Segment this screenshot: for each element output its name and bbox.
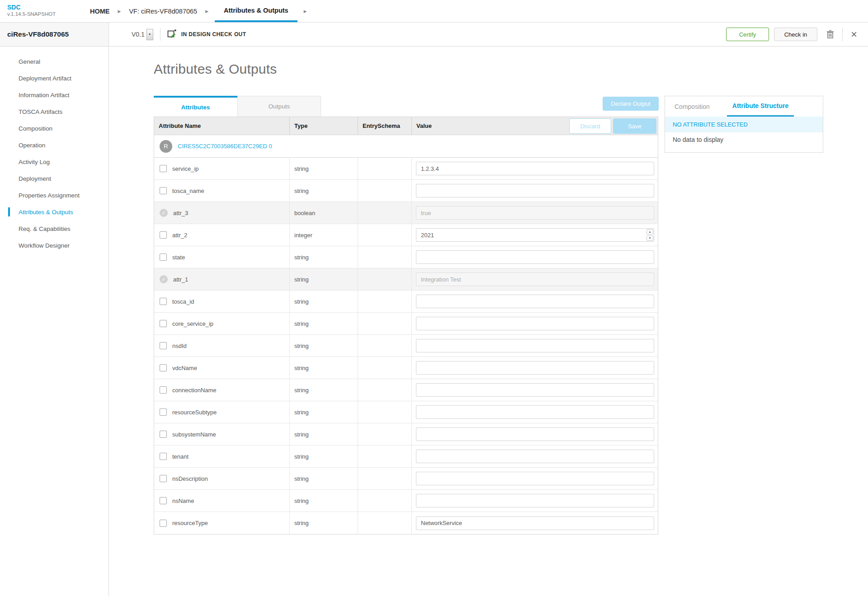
column-header-entryschema: EntrySchema: [358, 117, 412, 135]
row-checkbox[interactable]: [160, 475, 167, 482]
attribute-entryschema: [358, 268, 412, 290]
value-input-tenant[interactable]: [416, 450, 654, 463]
row-checkbox[interactable]: [160, 386, 167, 394]
attributes-table: Attribute Name Type EntrySchema Value Di…: [154, 117, 658, 535]
spinner-down-icon[interactable]: ▼: [646, 235, 653, 241]
attribute-detail-panel: CompositionAttribute Structure NO ATTRIB…: [665, 96, 823, 153]
delete-icon[interactable]: [826, 30, 834, 39]
certify-button[interactable]: Certify: [726, 28, 769, 41]
attribute-name: service_ip: [172, 165, 199, 172]
attribute-name: resourceType: [172, 520, 208, 526]
row-checkbox[interactable]: [160, 298, 167, 305]
value-input-core_service_ip[interactable]: [416, 317, 654, 330]
row-checkbox[interactable]: [160, 408, 167, 416]
row-checkbox[interactable]: [160, 320, 167, 327]
spinner-up-icon[interactable]: ▲: [646, 229, 653, 235]
version-selector[interactable]: V0.1 ▼: [132, 29, 153, 40]
attribute-name: state: [172, 254, 185, 261]
attribute-row-tosca_name: tosca_name string: [154, 180, 658, 202]
sidebar-item-operation[interactable]: Operation: [0, 137, 108, 154]
app-logo[interactable]: SDC v.1.14.5-SNAPSHOT: [0, 0, 88, 22]
row-checkbox[interactable]: [160, 342, 167, 349]
row-checkbox[interactable]: [160, 165, 167, 172]
sidebar-item-deployment-artifact[interactable]: Deployment Artifact: [0, 70, 108, 87]
value-input-tosca_name[interactable]: [416, 184, 654, 197]
sidebar-item-activity-log[interactable]: Activity Log: [0, 154, 108, 170]
attribute-row-nsdId: nsdId string: [154, 335, 658, 357]
value-input-attr_2[interactable]: [416, 228, 654, 242]
instance-link[interactable]: CIRES5C2C7003586DE37C29ED 0: [178, 143, 272, 150]
value-input-nsName[interactable]: [416, 494, 654, 507]
breadcrumb-item-home[interactable]: HOME: [88, 0, 112, 22]
tab-outputs[interactable]: Outputs: [237, 96, 321, 117]
attribute-entryschema: [358, 490, 412, 512]
sidebar-item-attributes-outputs[interactable]: Attributes & Outputs: [0, 204, 108, 221]
divider: [160, 28, 160, 41]
attribute-row-subsystemName: subsystemName string: [154, 423, 658, 446]
value-input-subsystemName[interactable]: [416, 427, 654, 441]
version-dropdown-arrow-icon[interactable]: ▼: [146, 29, 153, 40]
sidebar-item-composition[interactable]: Composition: [0, 120, 108, 137]
sidebar-item-properties-assignment[interactable]: Properties Assignment: [0, 187, 108, 204]
instance-group-row[interactable]: R CIRES5C2C7003586DE37C29ED 0: [154, 135, 658, 158]
row-checkbox[interactable]: [160, 431, 167, 438]
value-input-nsDescription[interactable]: [416, 472, 654, 485]
attribute-entryschema: [358, 423, 412, 445]
page-title: Attributes & Outputs: [154, 61, 277, 77]
breadcrumb-item-vf-cires-vf8d087065[interactable]: VF: ciRes-VF8d087065: [127, 0, 199, 22]
sidebar-item-deployment[interactable]: Deployment: [0, 170, 108, 187]
declare-output-button[interactable]: Declare Output: [603, 97, 659, 111]
sidebar: GeneralDeployment ArtifactInformation Ar…: [0, 47, 109, 596]
checked-circle-icon: ✓: [160, 275, 168, 283]
row-checkbox[interactable]: [160, 231, 167, 239]
checkin-button[interactable]: Check in: [774, 28, 817, 41]
empty-message: No data to display: [665, 132, 823, 152]
row-checkbox[interactable]: [160, 253, 167, 261]
attribute-type: integer: [290, 224, 358, 246]
status-text: IN DESIGN CHECK OUT: [181, 31, 246, 38]
detail-tab-attribute-structure[interactable]: Attribute Structure: [727, 96, 794, 117]
attribute-type: string: [290, 357, 358, 379]
attribute-row-connectionName: connectionName string: [154, 379, 658, 401]
table-header: Attribute Name Type EntrySchema Value Di…: [154, 117, 658, 135]
attribute-type: string: [290, 291, 358, 312]
value-input-service_ip[interactable]: [416, 162, 654, 175]
attribute-type: boolean: [290, 202, 358, 224]
attribute-type: string: [290, 490, 358, 512]
discard-button[interactable]: Discard: [569, 118, 611, 134]
attribute-type: string: [290, 468, 358, 489]
value-input-nsdId[interactable]: [416, 339, 654, 352]
sidebar-item-general[interactable]: General: [0, 53, 108, 70]
attribute-name: vdcName: [172, 365, 197, 371]
tab-attributes[interactable]: Attributes: [154, 96, 237, 117]
row-checkbox[interactable]: [160, 364, 167, 371]
attribute-entryschema: [358, 202, 412, 224]
value-input-resourceSubtype[interactable]: [416, 405, 654, 419]
value-input-connectionName[interactable]: [416, 383, 654, 397]
attribute-type: string: [290, 313, 358, 334]
entity-name: ciRes-VF8d087065: [7, 30, 69, 38]
detail-tab-composition[interactable]: Composition: [665, 96, 719, 117]
detail-panel-tabs: CompositionAttribute Structure: [665, 96, 823, 117]
breadcrumb-item-attributes-outputs[interactable]: Attributes & Outputs: [215, 0, 297, 22]
attribute-entryschema: [358, 180, 412, 202]
sidebar-item-workflow-designer[interactable]: Workflow Designer: [0, 237, 108, 254]
row-checkbox[interactable]: [160, 187, 167, 194]
row-checkbox[interactable]: [160, 453, 167, 460]
row-checkbox[interactable]: [160, 497, 167, 504]
value-input-tosca_id[interactable]: [416, 295, 654, 308]
row-checkbox[interactable]: [160, 520, 167, 527]
close-icon[interactable]: ×: [851, 30, 857, 39]
attribute-entryschema: [358, 468, 412, 489]
value-input-vdcName[interactable]: [416, 361, 654, 375]
sidebar-item-information-artifact[interactable]: Information Artifact: [0, 87, 108, 103]
sidebar-item-req-capabilities[interactable]: Req. & Capabilities: [0, 221, 108, 237]
lifecycle-status: IN DESIGN CHECK OUT: [167, 29, 246, 40]
value-input-resourceType[interactable]: [416, 516, 654, 530]
attribute-type: string: [290, 268, 358, 290]
value-input-state[interactable]: [416, 250, 654, 264]
save-button[interactable]: Save: [613, 118, 656, 134]
number-spinner[interactable]: ▲▼: [646, 229, 653, 241]
sidebar-item-tosca-artifacts[interactable]: TOSCA Artifacts: [0, 103, 108, 120]
attribute-type: string: [290, 512, 358, 534]
